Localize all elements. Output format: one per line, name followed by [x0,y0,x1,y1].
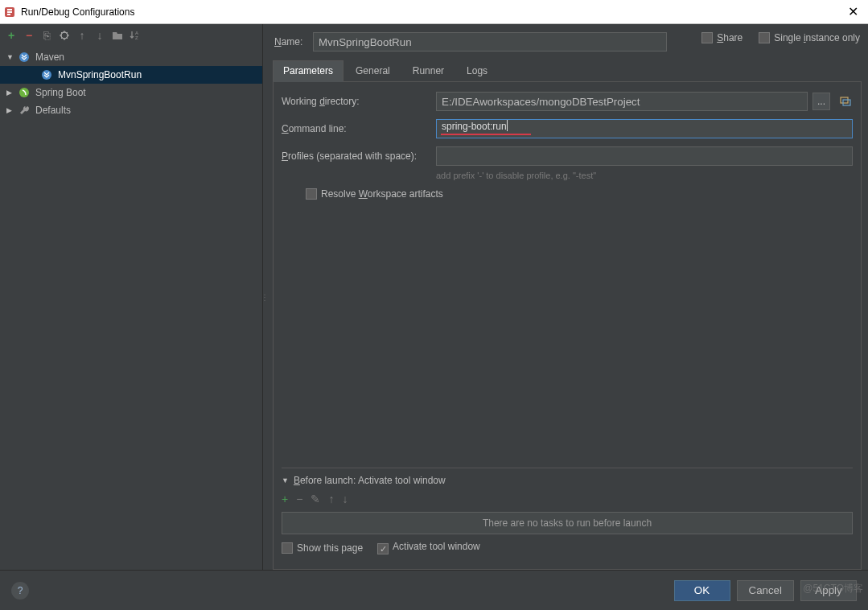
before-launch-section: ▼ Before launch: Activate tool window + … [282,468,853,559]
chevron-right-icon[interactable]: ▶ [6,89,14,97]
copy-config-button[interactable]: ⎘ [40,29,53,42]
add-config-button[interactable]: + [5,29,18,42]
svg-rect-3 [7,14,10,15]
tree-item-mvnspringbootrun[interactable]: MvnSpringBootRun [0,66,262,84]
svg-point-9 [19,88,29,97]
insert-path-button[interactable] [838,94,853,109]
remove-config-button[interactable]: − [23,29,35,42]
name-label: Name: [274,36,306,47]
maven-icon [18,51,31,64]
chevron-down-icon[interactable]: ▼ [6,53,14,61]
tree-item-defaults[interactable]: ▶ Defaults [0,101,262,119]
svg-text:Z: Z [135,35,138,40]
task-down-button: ↓ [342,493,348,505]
show-page-checkbox[interactable]: Show this page [282,542,363,554]
working-dir-input[interactable] [436,92,808,111]
tasks-empty: There are no tasks to run before launch [282,512,853,534]
add-task-button[interactable]: + [282,493,288,505]
svg-rect-2 [7,11,12,13]
maven-icon [40,68,53,81]
edit-defaults-button[interactable] [58,29,71,42]
tree-label: Maven [35,52,64,63]
working-dir-label: Working directory: [282,96,431,107]
wrench-icon [18,104,31,117]
tree-label: Spring Boot [35,87,86,98]
command-line-label: Command line: [282,123,431,134]
help-button[interactable]: ? [11,582,29,600]
single-instance-checkbox[interactable]: Single instance only [759,32,860,43]
move-up-button: ↑ [76,29,88,42]
before-launch-header[interactable]: ▼ Before launch: Activate tool window [282,475,853,486]
tab-bar: Parameters General Runner Logs [273,60,862,82]
chevron-down-icon: ▼ [282,476,289,484]
activate-tool-window-checkbox[interactable]: Activate tool window [377,541,480,554]
task-up-button: ↑ [328,493,334,505]
tree-label: Defaults [35,105,71,116]
profiles-input[interactable] [436,146,853,166]
resolve-workspace-checkbox[interactable]: Resolve Workspace artifacts [306,188,443,200]
close-icon[interactable]: ✕ [841,4,865,19]
top-options: Share Single instance only [701,32,860,43]
config-tree: ▼ Maven MvnSpringBootRun ▶ Spring Boot ▶… [0,47,262,570]
tree-item-spring-boot[interactable]: ▶ Spring Boot [0,84,262,101]
tree-item-maven[interactable]: ▼ Maven [0,48,262,66]
ok-button[interactable]: OK [674,580,730,601]
browse-button[interactable]: ... [812,93,830,110]
tab-general[interactable]: General [345,60,401,82]
name-input[interactable] [313,32,667,52]
apply-button[interactable]: Apply [800,580,857,601]
error-underline [441,134,531,135]
right-panel: Name: Share Single instance only Paramet… [266,24,868,570]
app-icon [3,6,16,19]
folder-button[interactable] [111,29,124,42]
profiles-label: Profiles (separated with space): [282,150,431,162]
tab-parameters[interactable]: Parameters [273,60,343,82]
tab-logs[interactable]: Logs [456,60,498,82]
sort-button[interactable]: AZ [129,29,142,42]
profiles-hint: add prefix '-' to disable profile, e.g. … [436,171,853,180]
edit-task-button: ✎ [311,493,320,505]
move-down-button: ↓ [93,29,106,42]
tab-content: Working directory: ... Command line: spr… [273,82,862,570]
chevron-right-icon[interactable]: ▶ [6,106,14,114]
svg-rect-1 [7,9,12,10]
share-checkbox[interactable]: Share [701,32,743,43]
dialog-footer: ? OK Cancel Apply [0,570,868,610]
tab-runner[interactable]: Runner [402,60,455,82]
left-panel: + − ⎘ ↑ ↓ AZ ▼ Maven MvnSpringBootR [0,24,263,570]
command-line-input[interactable]: spring-boot:run [436,119,853,138]
window-title: Run/Debug Configurations [21,6,841,18]
cancel-button[interactable]: Cancel [737,580,795,601]
titlebar: Run/Debug Configurations ✕ [0,0,868,24]
before-launch-toolbar: + − ✎ ↑ ↓ [282,486,853,512]
tree-label: MvnSpringBootRun [58,69,142,80]
remove-task-button: − [296,493,302,505]
spring-icon [18,86,31,99]
config-toolbar: + − ⎘ ↑ ↓ AZ [0,24,262,47]
